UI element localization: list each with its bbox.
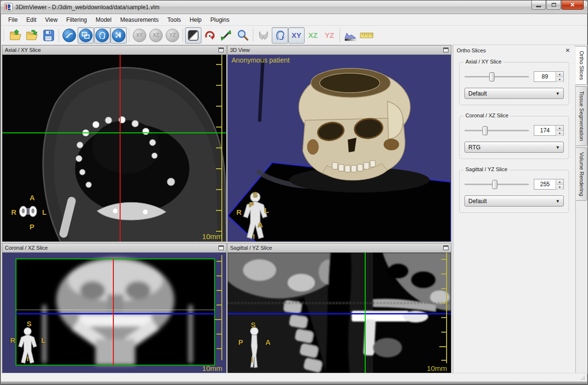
sagittal-preset-value: Default bbox=[468, 198, 487, 205]
menu-file[interactable]: File bbox=[4, 15, 22, 25]
sagittal-slice-slider[interactable] bbox=[464, 180, 529, 189]
axial-preset-value: Default bbox=[468, 90, 487, 97]
view-yz-button[interactable]: YZ bbox=[321, 27, 338, 44]
coronal-slice-value[interactable] bbox=[534, 126, 556, 135]
sagittal-preset-dropdown[interactable]: Default ▼ bbox=[464, 195, 564, 207]
view3d-orient-left: R bbox=[236, 208, 242, 216]
axial-orientation-marker bbox=[17, 204, 39, 219]
sagittal-scale-label: 10mm bbox=[427, 364, 447, 372]
view-3d-button[interactable] bbox=[272, 27, 288, 44]
view3d-orient-right: L bbox=[264, 206, 269, 214]
density-curve-icon bbox=[62, 29, 76, 42]
menu-plugins[interactable]: Plugins bbox=[206, 15, 233, 25]
view3d-pane-header: 3D View bbox=[228, 46, 451, 55]
menu-edit[interactable]: Edit bbox=[22, 15, 41, 25]
axial-pane-title: Axial / XY Slice bbox=[5, 47, 41, 53]
coronal-viewport[interactable]: S R L I 10mm bbox=[2, 253, 226, 373]
axial-slider-thumb[interactable] bbox=[489, 72, 495, 81]
coronal-pane-header: Coronal / XZ Slice bbox=[2, 243, 226, 253]
axial-slice-spinbox: ▲ ▼ bbox=[534, 71, 564, 82]
zoom-mode-button[interactable] bbox=[234, 27, 251, 44]
tissue-segmentation-panel-button[interactable] bbox=[94, 27, 110, 44]
menu-tools[interactable]: Tools bbox=[163, 15, 186, 25]
sagittal-slider-thumb[interactable] bbox=[492, 180, 497, 189]
axial-maximize-icon[interactable] bbox=[218, 48, 224, 52]
axial-viewport[interactable]: A R L P 10mm bbox=[2, 55, 226, 241]
axial-slice-slider[interactable] bbox=[464, 72, 529, 81]
sagittal-maximize-icon[interactable] bbox=[443, 245, 449, 250]
coronal-orient-top: S bbox=[27, 320, 31, 328]
trackball-mode-button[interactable] bbox=[201, 27, 218, 44]
sagittal-spin-up-icon[interactable]: ▲ bbox=[556, 179, 563, 184]
coronal-slider-thumb[interactable] bbox=[482, 126, 488, 135]
density-window-button[interactable] bbox=[61, 27, 77, 44]
axial-orient-left: R bbox=[11, 208, 16, 216]
axial-preset-dropdown[interactable]: Default ▼ bbox=[464, 88, 564, 99]
menu-model[interactable]: Model bbox=[92, 15, 116, 25]
pan-mode-button[interactable] bbox=[218, 27, 234, 44]
menu-bar: File Edit View Filtering Model Measureme… bbox=[1, 14, 587, 26]
workspace: Axial / XY Slice bbox=[1, 45, 587, 373]
tab-ortho-slices[interactable]: Ortho Slices bbox=[575, 46, 587, 85]
sagittal-spin-down-icon[interactable]: ▼ bbox=[556, 184, 563, 190]
chevron-down-icon: ▼ bbox=[556, 145, 560, 150]
maximize-button[interactable] bbox=[546, 0, 561, 10]
menu-view[interactable]: View bbox=[41, 15, 62, 25]
toolbar-separator bbox=[183, 29, 183, 42]
toolbar-separator bbox=[253, 29, 253, 42]
axial-slice-group: Axial / XY Slice ▲ ▼ bbox=[459, 62, 569, 105]
xz-slice-toggle-disabled: XZ bbox=[148, 27, 164, 44]
status-bar bbox=[1, 373, 587, 382]
close-button[interactable]: ✕ bbox=[561, 0, 584, 10]
dock-header[interactable]: Ortho Slices ✕ bbox=[453, 45, 575, 55]
toolbar-separator bbox=[340, 29, 340, 42]
axial-scale-label: 10mm bbox=[202, 232, 222, 241]
chevron-down-icon: ▼ bbox=[556, 91, 560, 96]
tab-volume-rendering[interactable]: Volume Rendering bbox=[576, 147, 587, 201]
axial-pane-header: Axial / XY Slice bbox=[2, 46, 226, 55]
axial-spin-down-icon[interactable]: ▼ bbox=[556, 77, 563, 82]
open-folder-button[interactable] bbox=[24, 27, 40, 44]
dock-title: Ortho Slices bbox=[457, 48, 486, 53]
axial-spin-up-icon[interactable]: ▲ bbox=[556, 72, 563, 77]
coronal-preset-dropdown[interactable]: RTG ▼ bbox=[464, 142, 564, 153]
title-bar[interactable]: 3DimViewer - D:/3dim_web/download/data/s… bbox=[0, 0, 588, 14]
window-level-mode-button[interactable] bbox=[185, 27, 201, 44]
view3d-viewport[interactable]: Anonymous patient S P R L A I bbox=[228, 55, 451, 241]
view3d-maximize-icon[interactable] bbox=[443, 48, 449, 52]
coronal-scale-label: 10mm bbox=[202, 364, 222, 372]
density-histogram-button[interactable] bbox=[342, 27, 358, 44]
menu-filtering[interactable]: Filtering bbox=[62, 15, 92, 25]
view3d-orient-bottom: I bbox=[253, 232, 255, 241]
tab-tissue-segmentation[interactable]: Tissue Segmentation bbox=[576, 86, 587, 146]
coronal-maximize-icon[interactable] bbox=[218, 245, 224, 250]
minimize-button[interactable] bbox=[531, 0, 546, 10]
menu-measurements[interactable]: Measurements bbox=[116, 15, 163, 25]
coronal-spin-up-icon[interactable]: ▲ bbox=[556, 126, 563, 130]
coronal-spin-down-icon[interactable]: ▼ bbox=[556, 130, 563, 136]
resize-grip[interactable] bbox=[579, 374, 586, 381]
volume-checker-icon bbox=[112, 29, 125, 42]
ortho-slices-icon bbox=[79, 29, 93, 42]
sagittal-pane: Sagittal / YZ Slice bbox=[227, 243, 451, 374]
sagittal-slice-value[interactable] bbox=[534, 179, 556, 189]
load-volume-button[interactable] bbox=[7, 27, 24, 44]
coronal-orient-left: R bbox=[10, 336, 15, 344]
ortho-slices-panel-button[interactable] bbox=[77, 27, 94, 44]
view-xz-button[interactable]: XZ bbox=[305, 27, 321, 44]
menu-help[interactable]: Help bbox=[186, 15, 206, 25]
save-button[interactable] bbox=[40, 27, 57, 44]
toolbar-grip[interactable] bbox=[2, 29, 6, 42]
view3d-orient-top: S bbox=[253, 191, 258, 199]
measure-ruler-button[interactable] bbox=[358, 27, 375, 44]
dock-close-icon[interactable]: ✕ bbox=[564, 47, 572, 54]
coronal-slice-slider[interactable] bbox=[464, 126, 529, 135]
sagittal-orient-left: P bbox=[238, 338, 243, 346]
coronal-preset-value: RTG bbox=[468, 144, 480, 151]
head-profile-icon bbox=[95, 29, 109, 42]
pan-arrows-icon bbox=[220, 29, 232, 42]
axial-slice-value[interactable] bbox=[534, 72, 556, 81]
sagittal-viewport[interactable]: S P A I 10mm bbox=[228, 253, 451, 373]
view-xy-button[interactable]: XY bbox=[288, 27, 305, 44]
volume-rendering-panel-button[interactable] bbox=[110, 27, 127, 44]
